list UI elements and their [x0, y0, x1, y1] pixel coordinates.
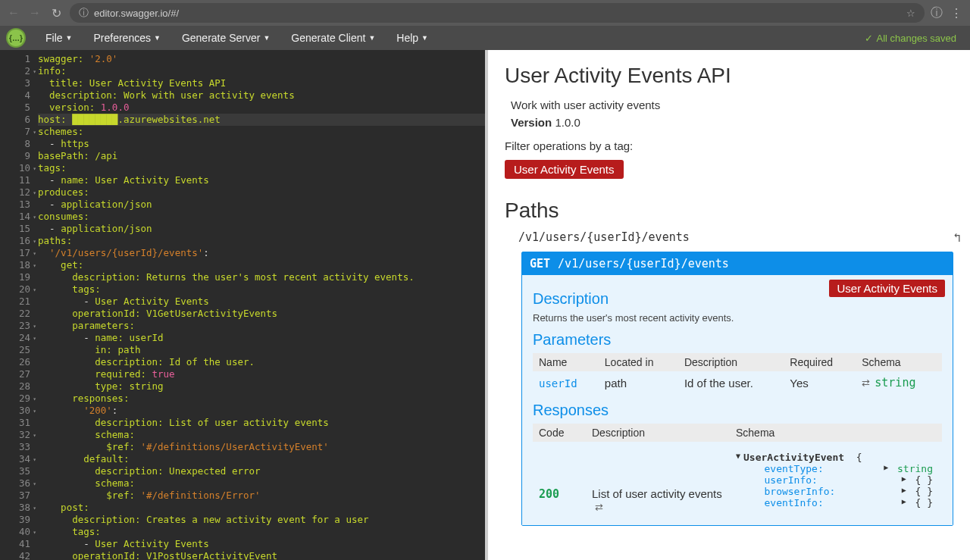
operation-method: GET	[530, 257, 550, 271]
operation-path: /v1/users/{userId}/events	[558, 257, 729, 271]
swagger-logo-icon	[6, 28, 26, 48]
site-info-icon[interactable]: ⓘ	[77, 7, 89, 19]
parameters-heading: Parameters	[533, 331, 942, 349]
table-row: 200 List of user activity events ⇄ ▼User…	[533, 442, 942, 518]
api-description: Work with user activity events	[505, 99, 953, 111]
swap-icon[interactable]: ⇄	[862, 377, 870, 389]
api-version: Version 1.0.0	[511, 116, 953, 129]
paths-heading: Paths	[505, 199, 953, 223]
swap-icon[interactable]: ⇄	[595, 502, 603, 513]
parameters-table: Name Located in Description Required Sch…	[533, 353, 942, 394]
forward-button[interactable]: →	[27, 5, 42, 20]
help-icon[interactable]: ⓘ	[931, 7, 943, 19]
responses-table: Code Description Schema 200 List of user…	[533, 424, 942, 518]
check-icon: ✓	[865, 33, 873, 44]
save-status: ✓ All changes saved	[865, 33, 964, 44]
app-menu-bar: File▼ Preferences▼ Generate Server▼ Gene…	[0, 26, 970, 50]
bookmark-star-icon[interactable]: ☆	[905, 7, 917, 19]
tag-filter-user-activity-events[interactable]: User Activity Events	[505, 160, 624, 179]
url-input[interactable]: ⓘ editor.swagger.io/#/ ☆	[70, 3, 925, 23]
table-header-row: Name Located in Description Required Sch…	[533, 353, 942, 371]
editor-gutter: 12▾34567▾8910▾1112▾1314▾1516▾17▾18▾1920▾…	[0, 50, 38, 560]
back-button[interactable]: ←	[6, 5, 21, 20]
menu-generate-server[interactable]: Generate Server▼	[171, 26, 280, 50]
menu-preferences[interactable]: Preferences▼	[83, 26, 171, 50]
operation-header[interactable]: GET /v1/users/{userId}/events	[522, 252, 953, 275]
menu-file[interactable]: File▼	[35, 26, 83, 50]
param-name[interactable]: userId	[539, 377, 577, 389]
table-row: userId path Id of the user. Yes ⇄string	[533, 371, 942, 394]
response-code: 200	[539, 487, 559, 501]
browser-address-bar: ← → ↻ ⓘ editor.swagger.io/#/ ☆ ⓘ ⋮	[0, 0, 970, 26]
triangle-down-icon[interactable]: ▼	[736, 452, 740, 463]
path-item[interactable]: /v1/users/{userId}/events ↰	[518, 230, 953, 244]
operation-tag[interactable]: User Activity Events	[829, 280, 945, 297]
yaml-editor[interactable]: 12▾34567▾8910▾1112▾1314▾1516▾17▾18▾1920▾…	[0, 50, 485, 560]
operation-get: GET /v1/users/{userId}/events User Activ…	[521, 252, 953, 526]
table-header-row: Code Description Schema	[533, 424, 942, 442]
menu-generate-client[interactable]: Generate Client▼	[280, 26, 386, 50]
collapse-path-icon[interactable]: ↰	[953, 230, 961, 245]
url-text: editor.swagger.io/#/	[94, 8, 900, 19]
editor-code[interactable]: swagger: '2.0'info: title: User Activity…	[38, 50, 485, 560]
filter-label: Filter operations by a tag:	[505, 139, 953, 152]
menu-help[interactable]: Help▼	[386, 26, 439, 50]
api-preview-panel: User Activity Events API Work with user …	[485, 50, 970, 560]
browser-menu-icon[interactable]: ⋮	[949, 5, 964, 20]
schema-tree[interactable]: ▼UserActivityEvent { eventType:▶ string …	[736, 452, 936, 508]
reload-button[interactable]: ↻	[48, 5, 64, 20]
api-title: User Activity Events API	[505, 64, 953, 88]
operation-description: Returns the user's most recent activity …	[533, 312, 942, 324]
responses-heading: Responses	[533, 402, 942, 419]
